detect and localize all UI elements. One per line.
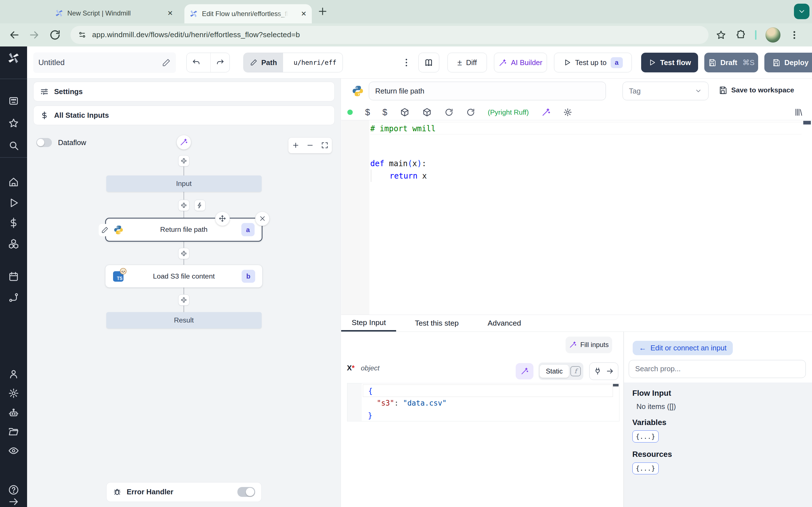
profile-avatar[interactable] [765, 27, 780, 42]
flow-name-field[interactable]: Untitled [33, 52, 176, 73]
favorites-star-icon[interactable] [8, 117, 19, 129]
step-node-a[interactable]: Return file path a [105, 218, 262, 241]
tab-step-input[interactable]: Step Input [341, 315, 396, 332]
json-input-editor[interactable]: { "s3": "data.csv" } [347, 383, 619, 421]
add-step-button[interactable] [178, 294, 190, 305]
zoom-out-icon[interactable] [306, 142, 314, 149]
step-node-b[interactable]: TS Load S3 file content b [105, 265, 262, 288]
deploy-button[interactable]: Deploy [764, 53, 812, 72]
docs-button[interactable] [418, 53, 439, 72]
add-step-button[interactable] [178, 155, 190, 166]
tag-select[interactable]: Tag [622, 82, 709, 100]
users-icon[interactable] [8, 369, 19, 380]
test-flow-button[interactable]: Test flow [641, 53, 698, 72]
resources-object-chip[interactable]: {...} [632, 462, 659, 474]
static-mode-button[interactable]: Static [540, 365, 569, 378]
expand-sidebar-icon[interactable] [8, 496, 19, 507]
search-prop-input[interactable] [629, 360, 806, 378]
fit-view-icon[interactable] [321, 142, 329, 149]
help-icon[interactable] [8, 484, 19, 496]
home-icon[interactable] [8, 176, 19, 187]
redo-button[interactable] [210, 53, 230, 72]
search-icon[interactable] [8, 140, 19, 151]
dataflow-toggle[interactable] [36, 138, 52, 147]
variables-object-chip[interactable]: {...} [632, 431, 659, 443]
forward-icon[interactable] [28, 29, 40, 41]
plus-icon [181, 202, 187, 209]
editor-scrollbar-thumb[interactable] [803, 121, 811, 124]
all-static-inputs-button[interactable]: All Static Inputs [33, 106, 335, 125]
add-variable-icon[interactable]: $ [365, 107, 370, 117]
draft-button[interactable]: Draft ⌘S [704, 53, 758, 72]
extensions-icon[interactable] [735, 30, 746, 41]
error-handler-toggle[interactable] [238, 487, 255, 497]
required-mark: * [352, 364, 355, 372]
edit-pencil-icon[interactable] [161, 58, 171, 67]
diff-button[interactable]: ± Diff [448, 53, 487, 72]
tab-close-icon[interactable]: ✕ [301, 10, 306, 17]
tab-advanced[interactable]: Advanced [477, 315, 531, 332]
ai-fill-input-button[interactable] [516, 363, 533, 380]
ai-flow-button[interactable] [176, 135, 191, 149]
package-icon[interactable] [422, 107, 432, 117]
error-handler-card[interactable]: Error Handler [106, 482, 262, 502]
add-step-button[interactable] [178, 200, 190, 211]
edit-or-connect-button[interactable]: ← Edit or connect an input [633, 341, 733, 355]
add-step-button[interactable] [178, 248, 190, 259]
routes-icon[interactable] [8, 292, 19, 303]
undo-button[interactable] [187, 53, 206, 72]
audit-eye-icon[interactable] [8, 445, 19, 456]
json-scrollbar-thumb[interactable] [613, 384, 619, 386]
flow-path-button[interactable]: Path u/henri/eff [243, 53, 343, 72]
schedules-icon[interactable] [8, 271, 19, 282]
test-up-to-button[interactable]: Test up to a [554, 53, 632, 72]
arrow-right-icon[interactable] [606, 367, 614, 375]
address-bar[interactable]: app.windmill.dev/flows/edit/u/henri/effo… [70, 26, 709, 44]
fill-inputs-button[interactable]: Fill inputs [566, 337, 612, 353]
zoom-in-icon[interactable] [292, 142, 300, 149]
flow-result-node[interactable]: Result [106, 312, 262, 329]
plug-icon[interactable] [594, 367, 602, 375]
workers-robot-icon[interactable] [8, 407, 19, 418]
tab-close-icon[interactable]: ✕ [167, 10, 173, 17]
browser-menu-icon[interactable] [789, 30, 800, 40]
site-info-icon[interactable] [78, 30, 87, 40]
ai-builder-button[interactable]: AI Builder [494, 53, 547, 72]
reload-icon[interactable] [49, 29, 61, 41]
lint-assistant-label[interactable]: (Pyright Ruff) [488, 108, 529, 116]
flow-input-node[interactable]: Input [106, 175, 262, 192]
connect-input-panel: ← Edit or connect an input Flow Input No… [624, 332, 812, 507]
reload-icon[interactable] [466, 108, 475, 117]
magic-wand-icon[interactable] [541, 108, 551, 117]
more-options-icon[interactable] [401, 56, 412, 69]
apps-icon[interactable] [8, 95, 19, 107]
add-trigger-button[interactable] [194, 200, 206, 211]
delete-step-button[interactable] [255, 212, 269, 226]
folders-icon[interactable] [8, 426, 19, 437]
bookmark-star-icon[interactable] [716, 30, 726, 41]
windmill-logo[interactable] [7, 52, 20, 64]
plus-icon [317, 6, 328, 17]
runs-icon[interactable] [8, 197, 19, 209]
package-icon[interactable] [400, 107, 410, 117]
variables-icon[interactable] [8, 217, 19, 228]
resources-icon[interactable] [8, 238, 19, 249]
move-step-handle[interactable] [215, 212, 230, 226]
save-to-workspace-button[interactable]: Save to workspace [718, 86, 794, 95]
library-icon[interactable] [794, 108, 803, 117]
step-name-input[interactable] [369, 82, 606, 100]
add-resource-icon[interactable]: $ [382, 107, 387, 117]
back-icon[interactable] [8, 29, 20, 41]
browser-tab-new-script[interactable]: New Script | Windmill ✕ [50, 4, 178, 22]
editor-settings-gear-icon[interactable] [563, 108, 572, 117]
input-mode-toggle-group: Static f [539, 362, 583, 380]
browser-tab-edit-flow[interactable]: Edit Flow u/henri/effortless_fl ✕ [185, 4, 312, 23]
tab-test-this-step[interactable]: Test this step [405, 315, 469, 332]
javascript-expr-button[interactable]: f [570, 366, 581, 377]
new-tab-button[interactable] [317, 6, 328, 17]
code-editor[interactable]: # import wmill def main(x): return x [341, 120, 812, 315]
flow-settings-button[interactable]: Settings [33, 82, 335, 101]
tab-search-button[interactable] [794, 4, 809, 19]
settings-gear-icon[interactable] [8, 388, 19, 399]
reload-icon[interactable] [444, 108, 454, 117]
